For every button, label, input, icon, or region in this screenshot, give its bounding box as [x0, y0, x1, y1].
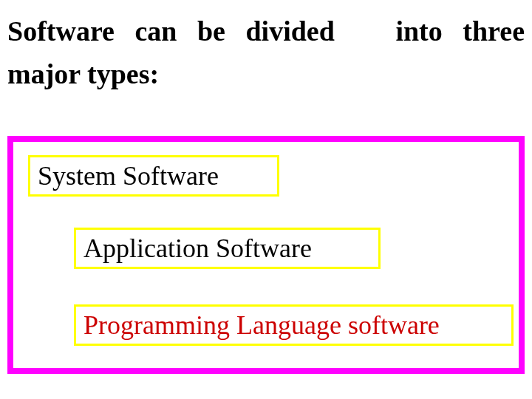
- heading-word: Software: [7, 16, 115, 47]
- type-box-application: Application Software: [74, 228, 381, 269]
- heading-word: three: [463, 16, 525, 47]
- heading-word: divided: [245, 16, 334, 47]
- heading-word: be: [197, 16, 225, 47]
- heading-word: can: [134, 16, 177, 47]
- slide-heading-line1: Software can be divided into three: [7, 6, 525, 56]
- heading-word: into: [395, 16, 442, 47]
- type-box-system: System Software: [28, 155, 279, 197]
- type-label: System Software: [38, 161, 219, 191]
- type-label: Programming Language software: [83, 310, 440, 340]
- type-label: Application Software: [83, 233, 312, 263]
- content-container: System Software Application Software Pro…: [7, 136, 525, 374]
- slide-heading-line2: major types:: [7, 58, 159, 90]
- type-box-programming: Programming Language software: [74, 304, 514, 346]
